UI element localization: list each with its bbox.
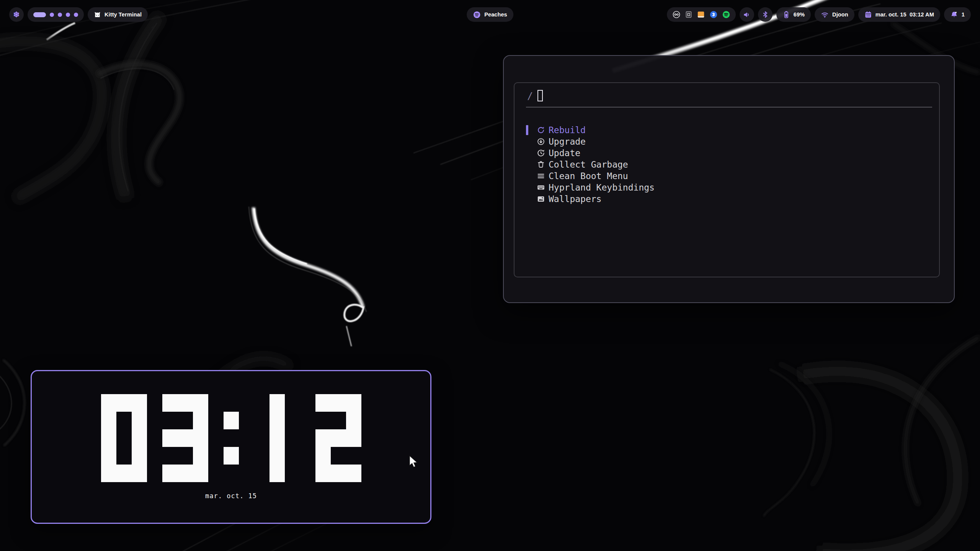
bar-right-modules: 69% Djoon mar. oct. 15 03:12 AM 1	[667, 7, 971, 22]
clock-digit-0	[101, 394, 147, 482]
launcher-item[interactable]: Upgrade	[514, 136, 939, 147]
clock-digit-1	[254, 394, 300, 482]
datetime-indicator[interactable]: mar. oct. 15 03:12 AM	[858, 7, 940, 22]
search-input[interactable]: /	[527, 89, 543, 103]
clock-colon	[224, 394, 239, 482]
workspace-dot[interactable]	[74, 13, 78, 17]
system-tray	[667, 7, 736, 22]
workspace-dot[interactable]	[50, 13, 54, 17]
spotify-icon[interactable]	[722, 10, 730, 19]
media-player-pill[interactable]: Peaches	[467, 7, 513, 22]
active-window-pill[interactable]: Kitty Terminal	[88, 7, 148, 22]
trash-icon	[537, 160, 545, 169]
update-icon	[537, 149, 545, 157]
app-launcher-button[interactable]: ❄	[9, 7, 24, 22]
selection-bar	[526, 183, 528, 192]
wifi-icon	[821, 11, 829, 19]
bar-center-module: Peaches	[467, 7, 513, 22]
launcher-window: / Rebuild Upgrade Update Collect Garbage…	[503, 55, 955, 303]
cat-icon	[94, 11, 101, 18]
selection-bar	[526, 194, 528, 204]
image-icon	[537, 195, 545, 203]
media-title: Peaches	[484, 11, 507, 18]
disc-icon[interactable]	[672, 10, 681, 19]
battery-indicator[interactable]: 69%	[776, 7, 811, 22]
notification-count: 1	[962, 11, 965, 18]
bluetooth-button[interactable]	[758, 7, 773, 22]
workspace-dot[interactable]	[66, 13, 70, 17]
search-divider	[526, 107, 932, 108]
launcher-item[interactable]: Rebuild	[514, 124, 939, 136]
snowflake-icon: ❄	[13, 11, 20, 18]
launcher-item[interactable]: Hyprland Keybindings	[514, 182, 939, 193]
workspace-dot[interactable]	[58, 13, 62, 17]
bluetooth-badge-icon[interactable]	[709, 10, 718, 19]
launcher-item-label: Collect Garbage	[549, 160, 628, 170]
bar-left-modules: ❄ Kitty Terminal	[9, 7, 148, 22]
launcher-item-label: Clean Boot Menu	[549, 171, 628, 181]
bell-icon	[950, 11, 958, 19]
volume-button[interactable]	[740, 7, 754, 22]
clock-widget: mar. oct. 15	[31, 370, 431, 524]
launcher-item[interactable]: Clean Boot Menu	[514, 170, 939, 182]
launcher-item[interactable]: Collect Garbage	[514, 159, 939, 170]
selection-bar	[526, 137, 528, 147]
launcher-item[interactable]: Update	[514, 147, 939, 159]
battery-icon	[782, 11, 790, 18]
launcher-menu: Rebuild Upgrade Update Collect Garbage C…	[514, 124, 939, 205]
selection-bar	[526, 148, 528, 158]
refresh-icon	[537, 126, 545, 134]
network-indicator[interactable]: Djoon	[815, 7, 854, 22]
launcher-item-label: Rebuild	[549, 125, 586, 135]
clock-digit-3	[162, 394, 208, 482]
selection-bar	[526, 160, 528, 170]
list-icon	[537, 172, 545, 180]
notifications-button[interactable]: 1	[944, 7, 971, 22]
launcher-item-label: Wallpapers	[549, 194, 601, 204]
selection-bar	[526, 125, 528, 135]
launcher-item-label: Update	[549, 148, 580, 158]
battery-percent: 69%	[794, 11, 805, 18]
active-window-title: Kitty Terminal	[105, 11, 142, 18]
calendar-icon	[864, 11, 872, 18]
keyboard-icon	[537, 183, 545, 192]
download-circle-icon	[537, 137, 545, 146]
clock-date: mar. oct. 15	[32, 492, 430, 500]
launcher-item-label: Upgrade	[549, 137, 586, 147]
music-icon	[473, 11, 481, 19]
launcher-item[interactable]: Wallpapers	[514, 193, 939, 205]
files-icon[interactable]	[697, 10, 705, 19]
launcher-search-box[interactable]: / Rebuild Upgrade Update Collect Garbage…	[514, 82, 940, 277]
speaker-icon	[743, 11, 751, 19]
mouse-cursor	[409, 455, 419, 470]
launcher-item-label: Hyprland Keybindings	[549, 183, 655, 192]
clock-time	[32, 394, 430, 482]
clock-digit-2	[315, 394, 361, 482]
bluetooth-icon	[761, 11, 769, 18]
text-cursor	[537, 90, 543, 101]
workspace-switcher[interactable]	[28, 7, 84, 22]
wifi-ssid: Djoon	[832, 11, 848, 18]
vault-icon[interactable]	[685, 11, 693, 18]
workspace-active-indicator[interactable]	[33, 12, 46, 17]
prompt-symbol: /	[527, 90, 533, 101]
selection-bar	[526, 171, 528, 181]
datetime-text: mar. oct. 15 03:12 AM	[875, 11, 934, 18]
top-bar: ❄ Kitty Terminal Peaches 69% Djoon	[0, 0, 980, 29]
